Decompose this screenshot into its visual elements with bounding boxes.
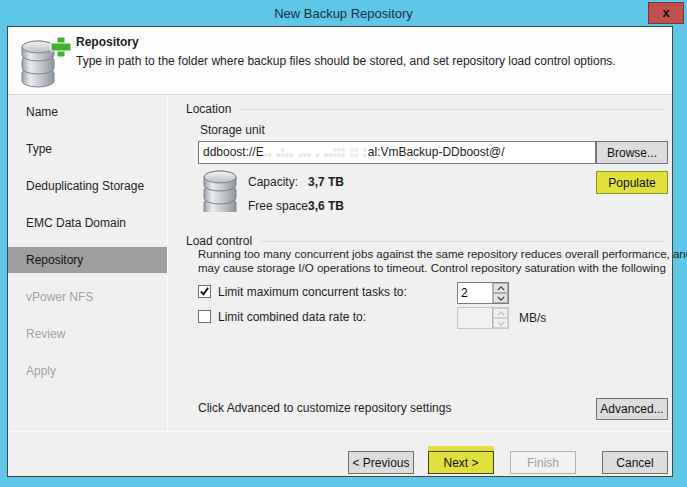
advanced-hint-text: Click Advanced to customize repository s… [198, 401, 451, 415]
load-control-description-line1: Running too many concurrent jobs against… [198, 248, 687, 260]
load-control-group-label: Load control [186, 234, 252, 248]
database-icon [201, 170, 239, 212]
sidebar-item-apply[interactable]: Apply [8, 358, 168, 384]
location-group-line [240, 109, 664, 110]
sidebar-item-review[interactable]: Review [8, 321, 168, 347]
checkmark-icon [199, 286, 210, 297]
free-space-label: Free space: [248, 199, 311, 213]
load-control-description-line2: may cause storage I/O operations to time… [198, 262, 666, 274]
storage-unit-value-prefix: ddboost://E [203, 145, 264, 159]
sidebar-item-repository[interactable]: Repository [8, 247, 168, 273]
limit-rate-value-input [458, 308, 492, 328]
chevron-down-icon [497, 296, 505, 301]
load-control-group-line [260, 241, 664, 242]
location-group-label: Location [186, 102, 231, 116]
chevron-up-icon [497, 286, 505, 291]
spinner-up-button [493, 308, 508, 318]
populate-button[interactable]: Populate [596, 171, 668, 194]
limit-tasks-value-input[interactable] [458, 283, 492, 303]
cancel-button[interactable]: Cancel [602, 451, 668, 474]
spinner-up-button[interactable] [493, 283, 508, 293]
storage-unit-input[interactable]: ddboost://E.. .:.. ... . ..::: :: :al:Vm… [198, 141, 596, 164]
limit-rate-label: Limit combined data rate to: [218, 310, 366, 324]
free-space-value: 3,6 TB [308, 199, 344, 213]
footer-separator [8, 431, 672, 432]
chevron-up-icon [497, 311, 505, 316]
repository-add-icon [19, 36, 71, 88]
sidebar-item-vpower-nfs[interactable]: vPower NFS [8, 284, 168, 310]
sidebar-item-emc-data-domain[interactable]: EMC Data Domain [8, 210, 168, 236]
close-icon[interactable]: x [648, 2, 684, 24]
limit-rate-checkbox[interactable] [198, 310, 211, 323]
spinner-down-button[interactable] [493, 293, 508, 303]
sidebar-item-name[interactable]: Name [8, 99, 168, 125]
browse-button[interactable]: Browse... [596, 141, 668, 164]
limit-tasks-label: Limit maximum concurrent tasks to: [218, 285, 407, 299]
finish-button: Finish [510, 451, 576, 474]
wizard-header: Repository Type in path to the folder wh… [8, 27, 672, 95]
limit-rate-spinner [457, 307, 509, 329]
rate-unit-label: MB/s [519, 311, 546, 325]
capacity-label: Capacity: [248, 175, 298, 189]
storage-unit-label: Storage unit [200, 123, 265, 137]
next-button[interactable]: Next > [428, 451, 494, 474]
limit-tasks-checkbox[interactable] [198, 285, 211, 298]
new-backup-repository-window: New Backup Repository x Repository Type … [0, 0, 687, 487]
wizard-steps: Name Type Deduplicating Storage EMC Data… [8, 95, 168, 395]
page-title: Repository [76, 35, 139, 49]
chevron-down-icon [497, 321, 505, 326]
advanced-button[interactable]: Advanced... [596, 398, 668, 420]
titlebar[interactable]: New Backup Repository x [0, 0, 687, 26]
limit-tasks-spinner[interactable] [457, 282, 509, 304]
previous-button[interactable]: < Previous [348, 451, 414, 474]
page-description: Type in path to the folder where backup … [76, 54, 616, 68]
spinner-down-button [493, 318, 508, 328]
dialog-client-area: Repository Type in path to the folder wh… [7, 26, 673, 477]
sidebar-separator [167, 95, 168, 431]
storage-unit-value-redacted: .. .:.. ... . ..::: :: : [264, 145, 368, 159]
window-title: New Backup Repository [274, 6, 413, 21]
capacity-value: 3,7 TB [308, 175, 344, 189]
sidebar-item-type[interactable]: Type [8, 136, 168, 162]
sidebar-item-deduplicating-storage[interactable]: Deduplicating Storage [8, 173, 168, 199]
storage-unit-value-suffix: al:VmBackup-DDboost@/ [368, 145, 505, 159]
